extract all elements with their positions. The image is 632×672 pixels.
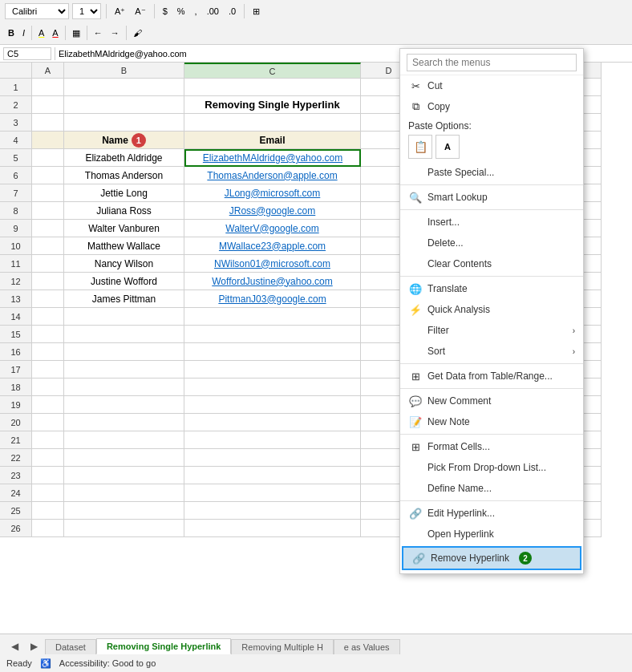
dec-left-btn[interactable]: ←	[91, 25, 106, 41]
cell-a6[interactable]	[32, 167, 64, 184]
menu-item-edit-hyperlink[interactable]: 🔗 Edit Hyperlink...	[400, 500, 583, 524]
col-header-b[interactable]: B	[64, 63, 184, 79]
paste-icon-1[interactable]: 📋	[408, 135, 432, 159]
cell-c7[interactable]: JLong@microsoft.com	[184, 184, 361, 202]
menu-item-translate[interactable]: 🌐 Translate	[400, 276, 583, 299]
menu-item-copy[interactable]: ⧉ Copy	[400, 96, 583, 117]
dec-increase-btn[interactable]: .00	[204, 3, 222, 19]
cell-b6[interactable]: Thomas Anderson	[64, 167, 184, 184]
cell-b7[interactable]: Jettie Long	[64, 184, 184, 202]
cell-c13[interactable]: PittmanJ03@google.com	[184, 290, 361, 308]
tab-arrow-left[interactable]: ◀	[6, 638, 22, 654]
cell-a13[interactable]	[32, 290, 64, 308]
tab-dataset[interactable]: Dataset	[45, 639, 96, 654]
email-link-7[interactable]: JLong@microsoft.com	[225, 188, 321, 199]
menu-search-input[interactable]	[407, 54, 577, 71]
cell-c3[interactable]	[184, 114, 361, 132]
col-header-a[interactable]: A	[32, 63, 64, 79]
dec-right-btn[interactable]: →	[107, 25, 123, 41]
menu-item-remove-hyperlink[interactable]: 🔗 Remove Hyperlink 2	[402, 546, 581, 570]
cell-a10[interactable]	[32, 237, 64, 255]
cell-a1[interactable]	[32, 79, 64, 96]
cell-b4[interactable]: Name 1	[64, 132, 184, 149]
italic-btn[interactable]: I	[19, 25, 28, 41]
menu-item-quick-analysis[interactable]: ⚡ Quick Analysis	[400, 299, 583, 320]
name-box[interactable]	[3, 47, 51, 60]
email-link-11[interactable]: NWilson01@microsoft.com	[214, 258, 330, 269]
email-link-5[interactable]: ElizabethMAldridge@yahoo.com	[203, 152, 342, 164]
tab-removing-multiple[interactable]: Removing Multiple H	[231, 639, 333, 654]
cell-c11[interactable]: NWilson01@microsoft.com	[184, 255, 361, 273]
menu-item-smart-lookup[interactable]: 🔍 Smart Lookup	[400, 184, 583, 208]
menu-item-format-cells[interactable]: ⊞ Format Cells...	[400, 434, 583, 457]
tab-as-values[interactable]: e as Values	[334, 639, 400, 654]
cell-a8[interactable]	[32, 202, 64, 220]
email-link-12[interactable]: WoffordJustine@yahoo.com	[212, 276, 332, 287]
cell-c10[interactable]: MWallace23@apple.com	[184, 237, 361, 255]
cell-c1[interactable]	[184, 79, 361, 96]
email-link-6[interactable]: ThomasAnderson@apple.com	[207, 170, 337, 181]
cell-c9[interactable]: WalterV@google.com	[184, 220, 361, 237]
bold-btn[interactable]: B	[5, 25, 18, 41]
cell-c5[interactable]: ElizabethMAldridge@yahoo.com	[184, 149, 361, 167]
menu-item-new-comment[interactable]: 💬 New Comment	[400, 388, 583, 411]
cell-c4[interactable]: Email	[184, 132, 361, 149]
menu-item-cut[interactable]: ✂ Cut	[400, 75, 583, 96]
menu-item-define-name[interactable]: Define Name...	[400, 478, 583, 499]
paint-btn[interactable]: 🖌	[130, 25, 145, 41]
cell-b13[interactable]: James Pittman	[64, 290, 184, 308]
cell-c8[interactable]: JRoss@google.com	[184, 202, 361, 220]
borders-btn[interactable]: ⊞	[249, 3, 263, 19]
cell-a3[interactable]	[32, 114, 64, 132]
cell-c2[interactable]: Removing Single Hyperlink	[184, 96, 361, 114]
email-link-8[interactable]: JRoss@google.com	[229, 205, 316, 217]
col-header-c[interactable]: C	[184, 63, 361, 79]
menu-item-new-note[interactable]: 📝 New Note	[400, 411, 583, 432]
tab-removing-single[interactable]: Removing Single Hyperlink	[96, 638, 231, 654]
email-link-10[interactable]: MWallace23@apple.com	[219, 241, 326, 252]
cell-b8[interactable]: Juliana Ross	[64, 202, 184, 220]
dec-decrease-btn[interactable]: .0	[225, 3, 239, 19]
font-color-btn[interactable]: A	[49, 25, 61, 41]
cell-c6[interactable]: ThomasAnderson@apple.com	[184, 167, 361, 184]
cell-b12[interactable]: Justine Wofford	[64, 273, 184, 290]
menu-item-insert[interactable]: Insert...	[400, 209, 583, 233]
cell-a5[interactable]	[32, 149, 64, 167]
menu-item-filter[interactable]: Filter ›	[400, 320, 583, 341]
cell-b5[interactable]: Elizabeth Aldridge	[64, 149, 184, 167]
cell-b1[interactable]	[64, 79, 184, 96]
menu-item-clear-contents[interactable]: Clear Contents	[400, 253, 583, 274]
border-style-btn[interactable]: ▦	[69, 25, 83, 41]
cell-a7[interactable]	[32, 184, 64, 202]
comma-btn[interactable]: ,	[192, 3, 201, 19]
menu-item-open-hyperlink[interactable]: Open Hyperlink	[400, 524, 583, 544]
menu-item-get-data[interactable]: ⊞ Get Data from Table/Range...	[400, 363, 583, 387]
cell-b11[interactable]: Nancy Wilson	[64, 255, 184, 273]
dollar-btn[interactable]: $	[160, 3, 171, 19]
percent-btn[interactable]: %	[174, 3, 188, 19]
menu-item-delete[interactable]: Delete...	[400, 233, 583, 253]
decrease-font-btn[interactable]: A⁻	[132, 3, 148, 19]
cell-a9[interactable]	[32, 220, 64, 237]
cell-a12[interactable]	[32, 273, 64, 290]
tab-arrow-right[interactable]: ▶	[26, 638, 42, 654]
cell-a4[interactable]	[32, 132, 64, 149]
cell-b9[interactable]: Walter Vanburen	[64, 220, 184, 237]
toolbar-sep4	[31, 26, 32, 40]
cell-b10[interactable]: Matthew Wallace	[64, 237, 184, 255]
fill-color-btn[interactable]: A	[35, 25, 47, 41]
cell-b2[interactable]	[64, 96, 184, 114]
font-selector[interactable]: Calibri	[5, 3, 69, 19]
cell-a2[interactable]	[32, 96, 64, 114]
menu-item-paste-special[interactable]: Paste Special...	[400, 162, 583, 183]
increase-font-btn[interactable]: A⁺	[111, 3, 128, 19]
menu-item-pick-dropdown[interactable]: Pick From Drop-down List...	[400, 457, 583, 478]
cell-a11[interactable]	[32, 255, 64, 273]
paste-icon-2[interactable]: A	[436, 135, 460, 159]
cell-c12[interactable]: WoffordJustine@yahoo.com	[184, 273, 361, 290]
email-link-9[interactable]: WalterV@google.com	[225, 223, 318, 234]
size-selector[interactable]: 12	[72, 3, 101, 19]
email-link-13[interactable]: PittmanJ03@google.com	[218, 293, 326, 305]
cell-b3[interactable]	[64, 114, 184, 132]
menu-item-sort[interactable]: Sort ›	[400, 341, 583, 362]
